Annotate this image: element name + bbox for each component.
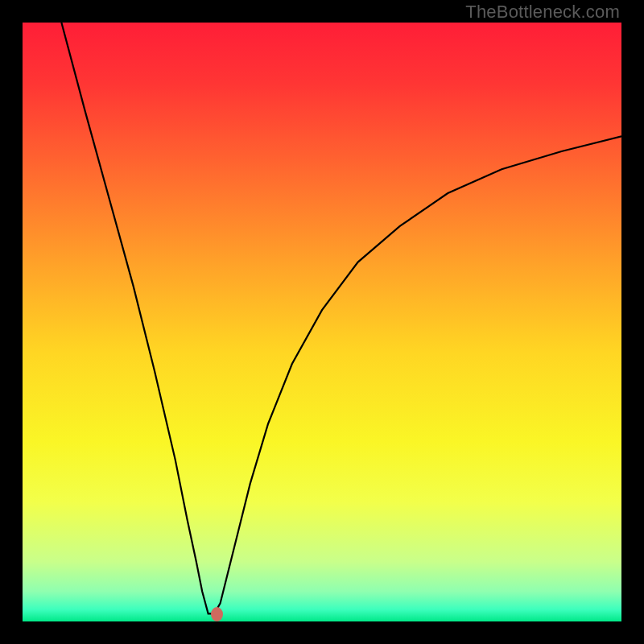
plot-frame xyxy=(23,23,621,621)
optimal-point-marker xyxy=(211,607,223,621)
gradient-background xyxy=(23,23,621,621)
watermark-text: TheBottleneck.com xyxy=(465,2,620,23)
bottleneck-chart xyxy=(23,23,621,621)
